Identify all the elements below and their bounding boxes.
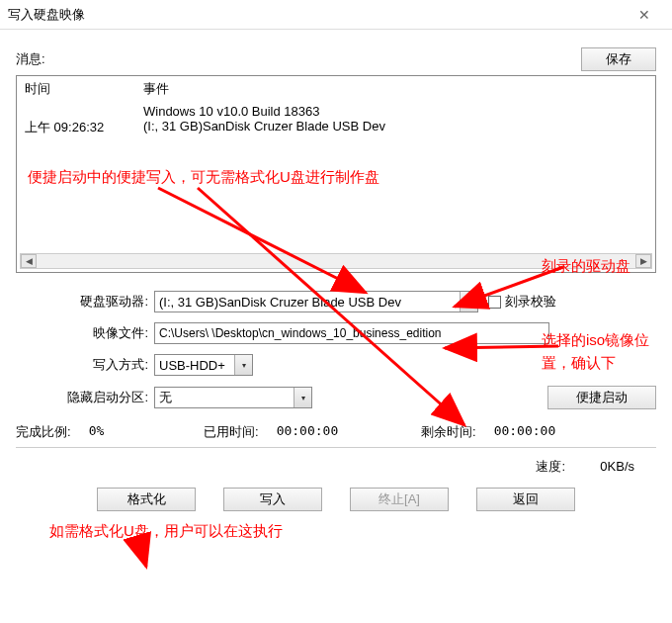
format-button[interactable]: 格式化 <box>97 488 196 511</box>
message-label: 消息: <box>16 50 581 68</box>
horizontal-scrollbar[interactable]: ◀ ▶ <box>20 253 652 269</box>
back-button[interactable]: 返回 <box>476 488 575 511</box>
hidden-boot-label: 隐藏启动分区: <box>16 389 154 406</box>
chevron-down-icon: ▾ <box>234 355 252 375</box>
chevron-down-icon: ▾ <box>294 388 311 407</box>
annotation-4: 如需格式化U盘，用户可以在这执行 <box>49 522 283 541</box>
speed-value: 0KB/s <box>600 459 634 474</box>
progress-value: 0% <box>89 423 148 441</box>
speed-label: 速度: <box>536 459 565 474</box>
scroll-track[interactable] <box>37 254 635 268</box>
progress-label: 完成比例: <box>16 423 71 441</box>
checkbox-icon <box>488 296 501 309</box>
write-method-select[interactable]: USB-HDD+ ▾ <box>154 354 253 376</box>
remaining-label: 剩余时间: <box>421 423 476 441</box>
image-path-field[interactable]: C:\Users\ \Desktop\cn_windows_10_busines… <box>154 322 549 344</box>
titlebar: 写入硬盘映像 ✕ <box>0 0 672 30</box>
log-col-event: 事件 <box>143 80 169 98</box>
log-box: 时间 事件 Windows 10 v10.0 Build 18363 上午 09… <box>16 75 656 273</box>
remaining-value: 00:00:00 <box>494 423 556 441</box>
svg-line-5 <box>138 540 146 567</box>
drive-select[interactable]: (I:, 31 GB)SanDisk Cruzer Blade USB Dev … <box>154 291 478 312</box>
write-button[interactable]: 写入 <box>223 488 322 511</box>
close-icon[interactable]: ✕ <box>625 7 664 23</box>
save-button[interactable]: 保存 <box>581 47 656 71</box>
scroll-left-icon[interactable]: ◀ <box>21 254 37 268</box>
log-row: 上午 09:26:32 (I:, 31 GB)SanDisk Cruzer Bl… <box>25 119 647 136</box>
log-row: Windows 10 v10.0 Build 18363 <box>25 104 647 119</box>
write-method-label: 写入方式: <box>16 356 154 374</box>
quick-boot-button[interactable]: 便捷启动 <box>547 386 656 409</box>
elapsed-value: 00:00:00 <box>277 423 339 441</box>
chevron-down-icon: ▾ <box>460 292 477 312</box>
image-label: 映像文件: <box>16 324 154 342</box>
elapsed-label: 已用时间: <box>204 423 259 441</box>
content: 消息: 保存 时间 事件 Windows 10 v10.0 Build 1836… <box>0 30 672 521</box>
log-col-time: 时间 <box>25 80 143 98</box>
abort-button[interactable]: 终止[A] <box>350 488 449 511</box>
scroll-right-icon[interactable]: ▶ <box>635 254 651 268</box>
verify-checkbox[interactable]: 刻录校验 <box>488 293 556 311</box>
separator <box>16 447 656 448</box>
window-title: 写入硬盘映像 <box>8 6 625 24</box>
drive-label: 硬盘驱动器: <box>16 293 154 311</box>
hidden-boot-select[interactable]: 无 ▾ <box>154 387 312 408</box>
